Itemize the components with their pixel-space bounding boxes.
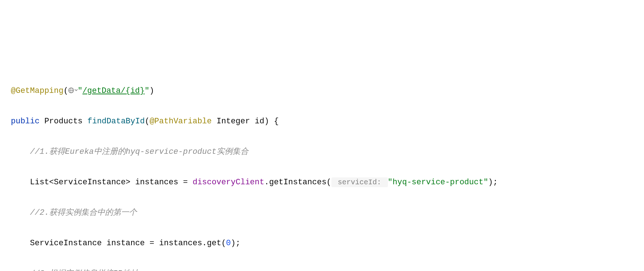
code-text: .getInstances( <box>264 178 331 187</box>
code-text: ); <box>231 239 240 248</box>
comment: //2.获得实例集合中的第一个 <box>30 208 137 217</box>
string-quote: " <box>78 86 82 95</box>
code-text: ); <box>488 178 498 187</box>
code-line-4: List<ServiceInstance> instances = discov… <box>11 175 633 190</box>
code-line-5: //2.获得实例集合中的第一个 <box>11 205 633 221</box>
paren: ) <box>149 86 154 95</box>
code-line-2: public Products findDataById(@PathVariab… <box>11 114 633 129</box>
inlay-param-hint: serviceId: <box>331 177 388 187</box>
field-ref: discoveryClient <box>193 178 264 187</box>
annotation: @GetMapping <box>11 86 63 95</box>
paren: ( <box>145 117 150 126</box>
code-line-7: //3.根据实例信息拼接IP地址 <box>11 266 633 271</box>
code-line-3: //1.获得Eureka中注册的hyq-service-product实例集合 <box>11 144 633 160</box>
number-literal: 0 <box>226 239 231 248</box>
code-text: ServiceInstance instance = instances.get… <box>30 239 226 248</box>
brace: ) { <box>264 117 279 126</box>
url-mapping-string[interactable]: /getData/{id} <box>83 86 145 95</box>
param-name: id <box>255 117 264 126</box>
string-literal: "hyq-service-product" <box>388 178 488 187</box>
code-text: List<ServiceInstance> instances = <box>30 178 193 187</box>
code-editor[interactable]: @GetMapping("/getData/{id}") public Prod… <box>11 68 633 271</box>
type: Integer <box>217 117 250 126</box>
comment: //3.根据实例信息拼接IP地址 <box>30 269 138 271</box>
code-line-6: ServiceInstance instance = instances.get… <box>11 236 633 251</box>
string-quote: " <box>145 86 149 95</box>
method-name: findDataById <box>87 117 145 126</box>
annotation: @PathVariable <box>150 117 212 126</box>
keyword: public <box>11 117 39 126</box>
paren: ( <box>63 86 68 95</box>
code-line-1: @GetMapping("/getData/{id}") <box>11 83 633 99</box>
comment: //1.获得Eureka中注册的hyq-service-product实例集合 <box>30 147 248 156</box>
type: Products <box>44 117 83 126</box>
globe-gutter-icon[interactable] <box>68 87 78 94</box>
